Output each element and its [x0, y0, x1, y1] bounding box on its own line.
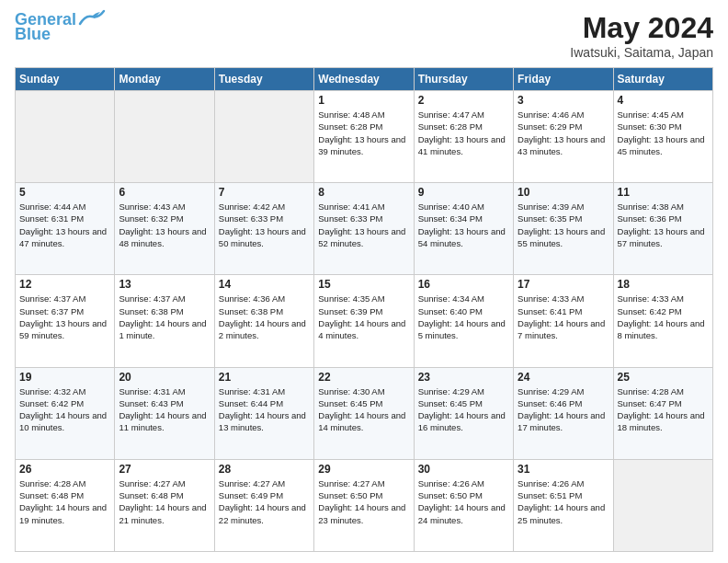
header: General Blue May 2024 Iwatsuki, Saitama,…	[15, 11, 713, 60]
calendar-body: 1Sunrise: 4:48 AM Sunset: 6:28 PM Daylig…	[16, 91, 713, 552]
calendar-cell	[613, 459, 712, 551]
day-info: Sunrise: 4:43 AM Sunset: 6:32 PM Dayligh…	[119, 201, 210, 249]
day-info: Sunrise: 4:32 AM Sunset: 6:42 PM Dayligh…	[19, 385, 110, 434]
day-info: Sunrise: 4:33 AM Sunset: 6:42 PM Dayligh…	[618, 293, 709, 341]
day-info: Sunrise: 4:40 AM Sunset: 6:34 PM Dayligh…	[418, 201, 509, 249]
day-info: Sunrise: 4:30 AM Sunset: 6:45 PM Dayligh…	[318, 385, 409, 434]
day-info: Sunrise: 4:29 AM Sunset: 6:46 PM Dayligh…	[518, 385, 609, 434]
col-thursday: Thursday	[414, 68, 513, 91]
day-info: Sunrise: 4:37 AM Sunset: 6:38 PM Dayligh…	[119, 293, 210, 341]
location: Iwatsuki, Saitama, Japan	[570, 45, 713, 60]
calendar-cell: 2Sunrise: 4:47 AM Sunset: 6:28 PM Daylig…	[414, 91, 513, 183]
day-number: 26	[19, 463, 110, 476]
calendar-cell: 28Sunrise: 4:27 AM Sunset: 6:49 PM Dayli…	[214, 459, 313, 551]
calendar-cell: 15Sunrise: 4:35 AM Sunset: 6:39 PM Dayli…	[314, 275, 414, 367]
day-info: Sunrise: 4:27 AM Sunset: 6:49 PM Dayligh…	[219, 477, 310, 526]
day-info: Sunrise: 4:41 AM Sunset: 6:33 PM Dayligh…	[318, 201, 409, 249]
calendar-cell: 20Sunrise: 4:31 AM Sunset: 6:43 PM Dayli…	[115, 367, 214, 459]
day-number: 29	[318, 463, 409, 476]
calendar-cell: 16Sunrise: 4:34 AM Sunset: 6:40 PM Dayli…	[414, 275, 513, 367]
calendar-cell: 14Sunrise: 4:36 AM Sunset: 6:38 PM Dayli…	[214, 275, 313, 367]
day-info: Sunrise: 4:48 AM Sunset: 6:28 PM Dayligh…	[318, 109, 409, 157]
calendar-cell: 8Sunrise: 4:41 AM Sunset: 6:33 PM Daylig…	[314, 183, 414, 275]
calendar-cell: 9Sunrise: 4:40 AM Sunset: 6:34 PM Daylig…	[414, 183, 513, 275]
col-wednesday: Wednesday	[314, 68, 414, 91]
day-info: Sunrise: 4:31 AM Sunset: 6:44 PM Dayligh…	[219, 385, 310, 434]
calendar-cell: 18Sunrise: 4:33 AM Sunset: 6:42 PM Dayli…	[613, 275, 712, 367]
day-number: 5	[19, 186, 110, 199]
day-number: 25	[618, 371, 709, 384]
calendar-cell: 17Sunrise: 4:33 AM Sunset: 6:41 PM Dayli…	[514, 275, 613, 367]
day-info: Sunrise: 4:26 AM Sunset: 6:51 PM Dayligh…	[518, 477, 609, 526]
logo-blue: Blue	[15, 26, 51, 42]
calendar-cell: 23Sunrise: 4:29 AM Sunset: 6:45 PM Dayli…	[414, 367, 513, 459]
day-info: Sunrise: 4:37 AM Sunset: 6:37 PM Dayligh…	[19, 293, 110, 341]
day-number: 14	[219, 278, 310, 291]
calendar-cell: 11Sunrise: 4:38 AM Sunset: 6:36 PM Dayli…	[613, 183, 712, 275]
page: General Blue May 2024 Iwatsuki, Saitama,…	[0, 0, 728, 563]
day-number: 6	[119, 186, 210, 199]
day-number: 17	[518, 278, 609, 291]
day-number: 23	[418, 371, 509, 384]
calendar-week-5: 26Sunrise: 4:28 AM Sunset: 6:48 PM Dayli…	[16, 459, 713, 551]
day-info: Sunrise: 4:38 AM Sunset: 6:36 PM Dayligh…	[618, 201, 709, 249]
day-number: 22	[318, 371, 409, 384]
day-number: 27	[119, 463, 210, 476]
day-number: 8	[318, 186, 409, 199]
day-number: 31	[518, 463, 609, 476]
day-info: Sunrise: 4:27 AM Sunset: 6:48 PM Dayligh…	[119, 477, 210, 526]
day-number: 10	[518, 186, 609, 199]
day-number: 4	[618, 94, 709, 107]
day-number: 20	[119, 371, 210, 384]
calendar-cell	[214, 91, 313, 183]
col-sunday: Sunday	[16, 68, 115, 91]
day-number: 12	[19, 278, 110, 291]
calendar-cell: 22Sunrise: 4:30 AM Sunset: 6:45 PM Dayli…	[314, 367, 414, 459]
logo-bird-icon	[78, 7, 106, 28]
day-number: 13	[119, 278, 210, 291]
day-number: 15	[318, 278, 409, 291]
calendar-cell: 27Sunrise: 4:27 AM Sunset: 6:48 PM Dayli…	[115, 459, 214, 551]
day-info: Sunrise: 4:35 AM Sunset: 6:39 PM Dayligh…	[318, 293, 409, 341]
calendar-week-1: 1Sunrise: 4:48 AM Sunset: 6:28 PM Daylig…	[16, 91, 713, 183]
day-number: 19	[19, 371, 110, 384]
calendar-cell: 29Sunrise: 4:27 AM Sunset: 6:50 PM Dayli…	[314, 459, 414, 551]
calendar-cell: 25Sunrise: 4:28 AM Sunset: 6:47 PM Dayli…	[613, 367, 712, 459]
col-saturday: Saturday	[613, 68, 712, 91]
day-number: 2	[418, 94, 509, 107]
month-title: May 2024	[570, 11, 713, 45]
day-number: 9	[418, 186, 509, 199]
day-info: Sunrise: 4:27 AM Sunset: 6:50 PM Dayligh…	[318, 477, 409, 526]
calendar-table: Sunday Monday Tuesday Wednesday Thursday…	[15, 67, 713, 552]
day-number: 1	[318, 94, 409, 107]
day-info: Sunrise: 4:31 AM Sunset: 6:43 PM Dayligh…	[119, 385, 210, 434]
calendar-cell: 4Sunrise: 4:45 AM Sunset: 6:30 PM Daylig…	[613, 91, 712, 183]
day-info: Sunrise: 4:47 AM Sunset: 6:28 PM Dayligh…	[418, 109, 509, 157]
calendar-cell: 30Sunrise: 4:26 AM Sunset: 6:50 PM Dayli…	[414, 459, 513, 551]
col-tuesday: Tuesday	[214, 68, 313, 91]
day-number: 18	[618, 278, 709, 291]
day-info: Sunrise: 4:29 AM Sunset: 6:45 PM Dayligh…	[418, 385, 509, 434]
day-info: Sunrise: 4:26 AM Sunset: 6:50 PM Dayligh…	[418, 477, 509, 526]
day-info: Sunrise: 4:39 AM Sunset: 6:35 PM Dayligh…	[518, 201, 609, 249]
day-number: 7	[219, 186, 310, 199]
day-info: Sunrise: 4:28 AM Sunset: 6:47 PM Dayligh…	[618, 385, 709, 434]
calendar-cell	[16, 91, 115, 183]
calendar-cell: 1Sunrise: 4:48 AM Sunset: 6:28 PM Daylig…	[314, 91, 414, 183]
day-number: 21	[219, 371, 310, 384]
day-info: Sunrise: 4:44 AM Sunset: 6:31 PM Dayligh…	[19, 201, 110, 249]
calendar-week-4: 19Sunrise: 4:32 AM Sunset: 6:42 PM Dayli…	[16, 367, 713, 459]
calendar-cell: 3Sunrise: 4:46 AM Sunset: 6:29 PM Daylig…	[514, 91, 613, 183]
calendar-cell: 6Sunrise: 4:43 AM Sunset: 6:32 PM Daylig…	[115, 183, 214, 275]
day-info: Sunrise: 4:42 AM Sunset: 6:33 PM Dayligh…	[219, 201, 310, 249]
day-info: Sunrise: 4:46 AM Sunset: 6:29 PM Dayligh…	[518, 109, 609, 157]
col-friday: Friday	[514, 68, 613, 91]
header-row: Sunday Monday Tuesday Wednesday Thursday…	[16, 68, 713, 91]
day-number: 24	[518, 371, 609, 384]
calendar-cell: 12Sunrise: 4:37 AM Sunset: 6:37 PM Dayli…	[16, 275, 115, 367]
day-number: 16	[418, 278, 509, 291]
day-number: 28	[219, 463, 310, 476]
calendar-cell: 31Sunrise: 4:26 AM Sunset: 6:51 PM Dayli…	[514, 459, 613, 551]
calendar-header: Sunday Monday Tuesday Wednesday Thursday…	[16, 68, 713, 91]
day-number: 11	[618, 186, 709, 199]
